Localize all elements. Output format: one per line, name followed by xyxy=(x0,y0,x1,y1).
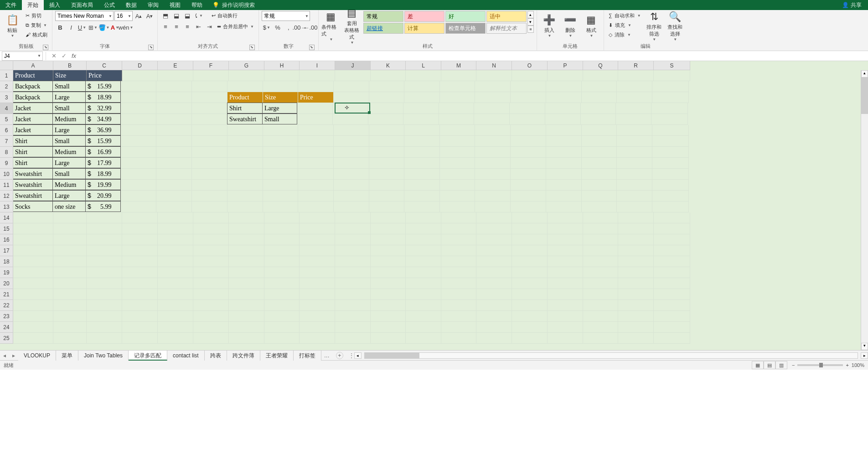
row-header-1[interactable]: 1 xyxy=(0,70,13,81)
cell-D21[interactable] xyxy=(122,289,158,300)
cell-P4[interactable] xyxy=(545,103,581,114)
cell-R11[interactable] xyxy=(617,180,652,191)
cell-P5[interactable] xyxy=(545,114,581,125)
cell-G10[interactable] xyxy=(227,169,263,180)
cell-B25[interactable] xyxy=(53,333,87,344)
cell-E2[interactable] xyxy=(156,81,192,92)
cell-I3[interactable]: Price xyxy=(298,92,334,103)
cell-A5[interactable]: Jacket xyxy=(13,114,53,124)
normal-view-button[interactable]: ▦ xyxy=(752,361,764,369)
cell-E25[interactable] xyxy=(158,333,193,344)
clipboard-dialog-launcher[interactable]: ⬊ xyxy=(43,45,48,50)
cell-styles-gallery[interactable]: 常规 差 好 适中 超链接 计算 检查单元格 解释性文本 xyxy=(363,11,527,34)
cell-I13[interactable] xyxy=(298,201,334,212)
column-header-F[interactable]: F xyxy=(193,61,229,70)
cell-D12[interactable] xyxy=(121,191,156,201)
cell-D18[interactable] xyxy=(122,256,158,267)
cell-K3[interactable] xyxy=(369,92,404,103)
cell-Q15[interactable] xyxy=(583,223,618,234)
cell-Q13[interactable] xyxy=(582,201,617,212)
cell-F14[interactable] xyxy=(193,212,229,223)
alignment-dialog-launcher[interactable]: ⬊ xyxy=(249,45,255,50)
font-name-combo[interactable]: Times New Roman▼ xyxy=(55,11,114,21)
column-header-E[interactable]: E xyxy=(158,61,193,70)
sheet-overflow-button[interactable]: … xyxy=(321,352,332,359)
zoom-level[interactable]: 100% xyxy=(852,362,864,368)
cell-H19[interactable] xyxy=(264,267,300,278)
cell-N22[interactable] xyxy=(476,300,512,311)
cell-I25[interactable] xyxy=(300,333,335,344)
tab-home[interactable]: 开始 xyxy=(22,0,44,10)
cell-K18[interactable] xyxy=(371,256,406,267)
underline-button[interactable]: U▼ xyxy=(77,23,87,32)
delete-cells-button[interactable]: ➖删除▼ xyxy=(561,11,580,41)
horizontal-scrollbar[interactable] xyxy=(364,352,858,359)
cell-H12[interactable] xyxy=(263,191,298,201)
cell-M25[interactable] xyxy=(441,333,476,344)
cell-N25[interactable] xyxy=(476,333,512,344)
italic-button[interactable]: I xyxy=(66,23,76,32)
cell-B11[interactable]: Medium xyxy=(52,179,86,190)
cell-O17[interactable] xyxy=(512,245,548,256)
cell-I10[interactable] xyxy=(298,169,334,180)
cell-K14[interactable] xyxy=(371,212,406,223)
sheet-tab-2[interactable]: Join Two Tables xyxy=(78,351,129,361)
cell-B14[interactable] xyxy=(53,212,87,223)
cell-O5[interactable] xyxy=(510,114,545,125)
spreadsheet-grid[interactable]: ABCDEFGHIJKLMNOPQRS 12345678910111213141… xyxy=(0,61,868,350)
cell-K16[interactable] xyxy=(371,234,406,245)
cell-L5[interactable] xyxy=(403,114,439,125)
cell-N20[interactable] xyxy=(476,278,512,289)
cell-N15[interactable] xyxy=(476,223,512,234)
cell-H7[interactable] xyxy=(263,136,298,147)
cell-P15[interactable] xyxy=(548,223,583,234)
cell-I16[interactable] xyxy=(300,234,335,245)
cell-D7[interactable] xyxy=(121,136,156,147)
cell-M10[interactable] xyxy=(440,169,475,180)
cell-C23[interactable] xyxy=(87,311,122,322)
cell-D10[interactable] xyxy=(121,169,156,180)
cell-C8[interactable]: $ 16.99 xyxy=(85,146,121,157)
cell-F7[interactable] xyxy=(192,136,227,147)
cell-B1[interactable]: Size xyxy=(53,70,87,81)
cell-F4[interactable] xyxy=(192,103,227,114)
cell-E1[interactable] xyxy=(158,70,193,81)
page-break-view-button[interactable]: ▥ xyxy=(775,361,787,369)
cell-P1[interactable] xyxy=(548,70,583,81)
cell-A11[interactable]: Sweatshirt xyxy=(13,179,53,190)
cell-H21[interactable] xyxy=(264,289,300,300)
cell-G2[interactable] xyxy=(227,81,263,92)
tab-data[interactable]: 数据 xyxy=(120,0,142,10)
cell-K10[interactable] xyxy=(369,169,404,180)
cell-D16[interactable] xyxy=(122,234,158,245)
row-header-9[interactable]: 9 xyxy=(0,158,13,169)
cell-K13[interactable] xyxy=(369,201,404,212)
format-cells-button[interactable]: ▦格式▼ xyxy=(582,11,601,41)
tab-view[interactable]: 视图 xyxy=(164,0,186,10)
cell-N23[interactable] xyxy=(476,311,512,322)
align-bottom-button[interactable]: ⬓ xyxy=(182,11,192,20)
cell-J9[interactable] xyxy=(334,158,369,169)
decrease-indent-button[interactable]: ⇤ xyxy=(193,22,203,31)
cell-C12[interactable]: $ 20.99 xyxy=(85,190,121,201)
cell-A25[interactable] xyxy=(13,333,53,344)
cell-G11[interactable] xyxy=(227,180,263,191)
tab-insert[interactable]: 插入 xyxy=(44,0,66,10)
cell-H6[interactable] xyxy=(263,125,298,136)
cell-O4[interactable] xyxy=(510,103,545,114)
vscroll-thumb[interactable] xyxy=(861,77,868,114)
cell-K23[interactable] xyxy=(371,311,406,322)
cell-H14[interactable] xyxy=(264,212,300,223)
cell-R8[interactable] xyxy=(617,147,652,158)
cell-Q14[interactable] xyxy=(583,212,618,223)
cell-E24[interactable] xyxy=(158,322,193,333)
cell-E7[interactable] xyxy=(156,136,192,147)
cell-A13[interactable]: Socks xyxy=(13,201,53,212)
cell-D2[interactable] xyxy=(121,81,156,92)
cell-S22[interactable] xyxy=(654,300,690,311)
border-button[interactable]: ⊞▼ xyxy=(88,23,98,32)
cell-L16[interactable] xyxy=(406,234,441,245)
cell-G7[interactable] xyxy=(227,136,263,147)
decrease-font-button[interactable]: A▾ xyxy=(145,11,155,21)
cell-F20[interactable] xyxy=(193,278,229,289)
